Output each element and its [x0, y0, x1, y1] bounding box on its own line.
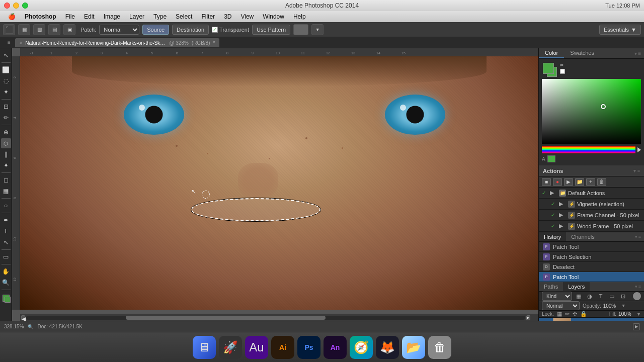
destination-button[interactable]: Destination — [172, 25, 209, 35]
dock-ps[interactable]: Ps — [297, 336, 320, 359]
tab-color[interactable]: Color — [539, 48, 564, 58]
layer-filter-smartobj-icon[interactable]: ⊡ — [618, 292, 627, 301]
menu-view[interactable]: View — [236, 12, 258, 21]
use-pattern-button[interactable]: Use Pattern — [252, 25, 290, 35]
tab-history[interactable]: History — [539, 232, 566, 241]
apple-menu[interactable]: 🍎 — [4, 12, 20, 21]
hand-tool[interactable]: ✋ — [1, 266, 11, 277]
scroll-right-btn[interactable]: ▶ — [526, 315, 530, 320]
play-action-btn[interactable]: ▶ — [633, 323, 640, 330]
actions-panel-collapse[interactable]: ▾ — [633, 168, 636, 173]
dock-au[interactable]: Au — [245, 336, 268, 359]
maximize-button[interactable] — [22, 3, 28, 9]
history-item-2[interactable]: D Deselect — [539, 262, 644, 272]
tab-layers[interactable]: Layers — [563, 282, 590, 291]
create-set-btn[interactable]: 📁 — [575, 178, 584, 186]
minimize-button[interactable] — [13, 3, 19, 9]
action-item-vignette[interactable]: ✓ ▶ ⚡ Vignette (selection) — [539, 199, 644, 210]
menu-window[interactable]: Window — [259, 12, 288, 21]
tab-paths[interactable]: Paths — [539, 282, 563, 291]
play-btn[interactable]: ▶ — [564, 178, 573, 186]
swap-colors-icon[interactable]: ⇄ — [560, 63, 564, 67]
dock-firefox[interactable]: 🦊 — [376, 336, 399, 359]
traffic-lights[interactable] — [4, 3, 28, 9]
record-btn[interactable]: ● — [553, 178, 562, 186]
color-panel-menu[interactable]: ≡ — [638, 51, 641, 56]
healing-brush-tool[interactable]: ⊕ — [1, 127, 11, 137]
lock-all-icon[interactable]: 🔒 — [580, 311, 587, 317]
color-swatches[interactable] — [1, 293, 11, 303]
tool-presets-btn[interactable]: ⬛ — [3, 24, 15, 35]
action-group-default[interactable]: ✓ ▶ 📁 Default Actions — [539, 188, 644, 199]
pattern-arrow-btn[interactable]: ▼ — [311, 24, 324, 35]
delete-action-btn[interactable]: 🗑 — [597, 178, 606, 186]
menu-layer[interactable]: Layer — [125, 12, 148, 21]
move-tool[interactable]: ↖ — [1, 50, 11, 60]
patch-tool[interactable]: ⬡ — [1, 138, 11, 148]
menu-filter[interactable]: Filter — [197, 12, 219, 21]
create-action-btn[interactable]: + — [586, 178, 595, 186]
action-item-frame[interactable]: ✓ ▶ ⚡ Frame Channel - 50 pixel — [539, 210, 644, 221]
photo-canvas[interactable]: ↖ — [20, 56, 538, 310]
tab-channels[interactable]: Channels — [566, 232, 599, 241]
dock-trash[interactable]: 🗑 — [428, 336, 451, 359]
background-color[interactable] — [5, 297, 11, 303]
dodge-tool[interactable]: ○ — [1, 201, 11, 211]
menu-image[interactable]: Image — [100, 12, 124, 21]
dock-safari[interactable]: 🧭 — [350, 336, 373, 359]
default-colors-icon[interactable] — [560, 69, 565, 74]
patch-options-btn[interactable]: ▦ — [18, 24, 30, 35]
layer-filter-type-icon[interactable]: T — [596, 292, 605, 301]
menu-select[interactable]: Select — [172, 12, 196, 21]
history-item-0[interactable]: P Patch Tool — [539, 242, 644, 252]
gradient-tool[interactable]: ▦ — [1, 186, 11, 196]
color-panel-collapse[interactable]: ▾ — [634, 51, 637, 56]
history-item-1[interactable]: P Patch Selection — [539, 252, 644, 262]
lock-position-icon[interactable]: ✣ — [573, 311, 577, 317]
path-selection-tool[interactable]: ↖ — [1, 237, 11, 247]
patch-options-btn2[interactable]: ▧ — [33, 24, 45, 35]
layer-kind-select[interactable]: Kind — [542, 292, 572, 301]
layer-filter-shape-icon[interactable]: ▭ — [607, 292, 616, 301]
menu-file[interactable]: File — [61, 12, 79, 21]
dock-animate[interactable]: An — [324, 336, 347, 359]
menu-3d[interactable]: 3D — [220, 12, 235, 21]
opacity-arrow-icon[interactable]: ▼ — [621, 303, 626, 308]
layers-panel-menu[interactable]: ≡ — [638, 284, 641, 289]
type-tool[interactable]: T — [1, 226, 11, 236]
dock-launchpad[interactable]: 🚀 — [219, 336, 242, 359]
tab-swatches[interactable]: Swatches — [564, 48, 600, 58]
actions-panel-menu[interactable]: ≡ — [637, 168, 640, 173]
layer-filter-pixel-icon[interactable]: ▦ — [574, 292, 583, 301]
lock-image-icon[interactable]: ✏ — [565, 311, 570, 317]
history-item-3[interactable]: P Patch Tool — [539, 272, 644, 282]
scroll-thumb[interactable] — [126, 316, 326, 320]
clone-stamp-tool[interactable]: ✦ — [1, 160, 11, 170]
panels-toggle-btn[interactable]: ≡ — [4, 38, 14, 47]
document-tab[interactable]: × Natural-Home-Remedy-for-Removing-Dark-… — [15, 38, 219, 47]
lock-transparent-icon[interactable]: ▦ — [557, 311, 562, 317]
patch-mode-select[interactable]: Normal — [99, 25, 139, 35]
patch-options-btn4[interactable]: ▣ — [63, 24, 75, 35]
shape-tool[interactable]: ▭ — [1, 252, 11, 262]
pattern-picker-btn[interactable] — [293, 24, 308, 35]
foreground-color-swatch[interactable] — [543, 63, 554, 74]
dock-files[interactable]: 📂 — [402, 336, 425, 359]
history-panel-menu[interactable]: ≡ — [638, 234, 641, 239]
stop-btn[interactable]: ■ — [542, 178, 551, 186]
patch-options-btn3[interactable]: ▤ — [48, 24, 60, 35]
pen-tool[interactable]: ✒ — [1, 215, 11, 225]
action-item-wood[interactable]: ✓ ▶ ⚡ Wood Frame - 50 pixel — [539, 221, 644, 232]
layer-filter-toggle[interactable] — [633, 292, 641, 300]
brush-tool[interactable]: ∥ — [1, 149, 11, 159]
zoom-tool[interactable]: 🔍 — [1, 278, 11, 288]
layer-filter-adj-icon[interactable]: ◑ — [585, 292, 594, 301]
h-scrollbar[interactable]: ◀ ▶ — [20, 314, 538, 321]
eraser-tool[interactable]: ◻ — [1, 175, 11, 185]
essentials-button[interactable]: Essentials ▼ — [599, 25, 641, 35]
scroll-left-btn[interactable]: ◀ — [21, 315, 25, 320]
close-button[interactable] — [4, 3, 10, 9]
source-button[interactable]: Source — [142, 25, 169, 35]
color-gradient-field[interactable] — [542, 79, 641, 144]
dock-finder[interactable]: 🖥 — [193, 336, 216, 359]
